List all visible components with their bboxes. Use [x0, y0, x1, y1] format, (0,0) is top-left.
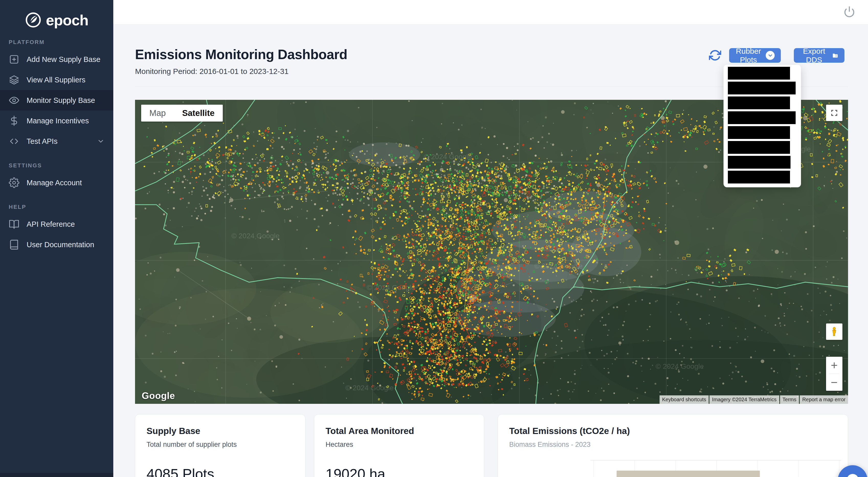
sidebar-item-manage-incentives[interactable]: Manage Incentives [0, 111, 113, 131]
chart-axis-line [590, 460, 841, 460]
dropdown-redacted-item[interactable] [728, 156, 790, 169]
map-type-control: Map Satellite [141, 105, 223, 122]
sidebar-item-api-reference[interactable]: API Reference [0, 214, 113, 234]
sidebar-item-label: Monitor Supply Base [27, 96, 95, 105]
sidebar-footer [0, 473, 113, 477]
sidebar-item-label: User Documentation [27, 241, 94, 249]
google-logo[interactable]: Google [142, 390, 175, 401]
pegman-button[interactable] [826, 324, 842, 340]
card-subtitle: Biomass Emissions - 2023 [509, 441, 837, 449]
logo-text: epoch [46, 11, 89, 29]
sidebar-item-label: Test APIs [27, 137, 58, 146]
sidebar-item-manage-account[interactable]: Manage Account [0, 173, 113, 193]
total-area-card: Total Area Monitored Hectares 19020 ha. [314, 414, 484, 477]
rubber-plots-label: Rubber Plots [735, 47, 762, 64]
supply-base-value: 4085 Plots [147, 466, 294, 477]
sidebar-item-test-apis[interactable]: Test APIs [0, 131, 113, 151]
total-emissions-card: Total Emissions (tCO2e / ha) Biomass Emi… [498, 414, 848, 477]
sidebar-item-label: Add New Supply Base [27, 55, 100, 64]
section-label-platform: PLATFORM [9, 39, 113, 46]
section-label-help: HELP [9, 204, 113, 210]
map-type-satellite-button[interactable]: Satellite [174, 105, 223, 122]
map-type-map-button[interactable]: Map [141, 105, 174, 122]
code-icon [9, 136, 20, 147]
dropdown-redacted-item[interactable] [728, 126, 790, 139]
export-dds-label: Export DDS [800, 47, 828, 64]
page-title: Emissions Monitoring Dashboard [135, 47, 347, 62]
section-label-settings: SETTINGS [9, 162, 113, 169]
chat-widget-face-icon [847, 474, 859, 477]
rubber-plots-button[interactable]: Rubber Plots [729, 48, 781, 63]
refresh-button[interactable] [708, 48, 722, 62]
dropdown-redacted-item[interactable] [728, 111, 796, 124]
dropdown-redacted-item[interactable] [728, 96, 790, 109]
monitoring-period: Monitoring Period: 2016-01-01 to 2023-12… [135, 67, 288, 76]
fullscreen-button[interactable] [826, 105, 842, 121]
dropdown-redacted-item[interactable] [728, 171, 790, 183]
supply-base-card: Supply Base Total number of supplier plo… [135, 414, 305, 477]
card-title: Supply Base [147, 426, 294, 436]
card-title: Total Area Monitored [326, 426, 473, 436]
zoom-in-button[interactable]: + [826, 357, 842, 374]
power-icon [843, 6, 855, 18]
terms-link[interactable]: Terms [780, 395, 799, 404]
zoom-control: + − [826, 357, 842, 391]
plus-square-icon [9, 54, 20, 65]
leaf-logo-icon [25, 12, 41, 28]
power-button[interactable] [843, 6, 856, 19]
sidebar-item-view-all-suppliers[interactable]: View All Suppliers [0, 69, 113, 90]
emissions-bar [617, 471, 760, 477]
chevron-down-icon [97, 138, 104, 145]
pegman-icon [829, 327, 839, 337]
dropdown-redacted-item[interactable] [728, 82, 796, 94]
sidebar-item-add-new-supply-base[interactable]: Add New Supply Base [0, 49, 113, 69]
card-subtitle: Hectares [326, 441, 473, 449]
refresh-icon [709, 49, 721, 61]
sidebar-item-user-documentation[interactable]: User Documentation [0, 234, 113, 255]
card-subtitle: Total number of supplier plots [147, 441, 294, 449]
chevron-down-circle-icon [766, 51, 775, 60]
fullscreen-icon [830, 109, 838, 117]
layers-icon [9, 74, 20, 85]
dropdown-redacted-item[interactable] [728, 67, 790, 80]
report-map-error-link[interactable]: Report a map error [800, 395, 848, 404]
zoom-out-button[interactable]: − [826, 374, 842, 391]
dollar-icon [9, 115, 20, 126]
top-bar [113, 0, 868, 25]
sidebar-item-monitor-supply-base[interactable]: Monitor Supply Base [0, 90, 113, 111]
sidebar-item-label: View All Suppliers [27, 76, 86, 84]
book-open-icon [9, 219, 20, 230]
dropdown-redacted-item[interactable] [728, 141, 790, 154]
sidebar: epoch PLATFORM Add New Supply Base View … [0, 0, 113, 477]
map-attribution: Keyboard shortcuts Imagery ©2024 TerraMe… [659, 395, 848, 404]
eye-icon [9, 95, 20, 106]
sidebar-item-label: API Reference [27, 220, 75, 229]
rubber-plots-dropdown [723, 65, 801, 187]
imagery-credit: Imagery ©2024 TerraMetrics [709, 395, 779, 404]
sidebar-item-label: Manage Account [27, 179, 82, 187]
chart-gridline [798, 460, 799, 477]
export-dds-button[interactable]: Export DDS [794, 48, 844, 63]
epoch-logo[interactable]: epoch [0, 0, 113, 28]
emissions-dashboard: epoch PLATFORM Add New Supply Base View … [0, 0, 868, 477]
sidebar-item-label: Manage Incentives [27, 117, 89, 125]
total-area-value: 19020 ha. [326, 466, 473, 477]
keyboard-shortcuts-link[interactable]: Keyboard shortcuts [659, 395, 709, 404]
export-dds-icon [832, 51, 838, 60]
book-icon [9, 239, 20, 250]
gear-icon [9, 177, 20, 188]
card-title: Total Emissions (tCO2e / ha) [509, 426, 837, 436]
